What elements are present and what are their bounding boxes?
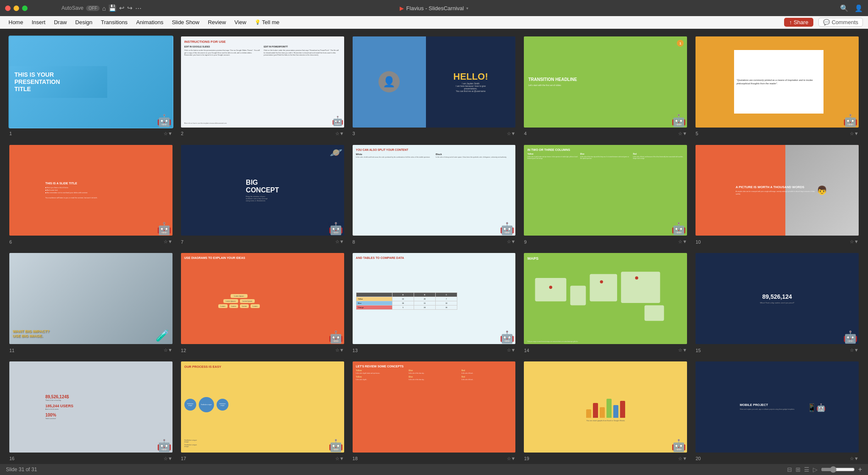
minimize-button[interactable] [14,6,19,11]
slides-grid: THIS IS YOURPRESENTATIONTITLE 🤖 1 ☆▼ INS… [8,36,860,462]
slide-thumb-15[interactable]: 89,526,124 Whoa! That's a big number, ar… [695,252,860,345]
comments-button[interactable]: 💬 Comments [818,18,863,27]
toolbar-save-icon[interactable]: 💾 [108,4,117,12]
slide-thumb-14[interactable]: MAPS [523,252,688,345]
slide-label-5: 5 ☆▼ [695,130,860,137]
view-normal-icon[interactable]: ⊟ [787,466,792,473]
slide-thumb-1[interactable]: THIS IS YOURPRESENTATIONTITLE 🤖 [8,36,173,128]
slide-16-label-1: That's a lot of money [45,399,136,401]
slide-star-5[interactable]: ☆▼ [850,131,859,136]
slide-content-11: WANT BIG IMPACT?USE BIG IMAGE. 🧪 [9,253,172,344]
slide-label-3: 3 ☆▼ [352,130,517,137]
toolbar-more-icon[interactable]: ⋯ [135,4,142,12]
fullscreen-button[interactable] [22,6,28,11]
slide-label-9: 9 ☆▼ [523,238,688,245]
toolbar-home-icon[interactable]: ⌂ [102,5,106,12]
slide-thumb-17[interactable]: OUR PROCESS IS EASY Vestibulum congue Ve… [180,361,345,453]
menu-draw[interactable]: Draw [50,18,70,26]
view-outline-icon[interactable]: ☰ [804,466,810,473]
map-pin-3 [635,277,638,280]
slide-thumb-20[interactable]: MOBILE PROJECT Show and explain your web… [695,361,860,453]
menu-view[interactable]: View [231,18,250,26]
window-title: ▶ Flavius - SlidesCarnival ▾ [400,5,469,11]
zoom-slider[interactable] [821,466,855,473]
close-button[interactable] [5,6,11,11]
slide-thumb-4[interactable]: 1 TRANSITION HEADLINELet's start with th… [523,36,688,128]
slide-star-1[interactable]: ☆▼ [164,131,172,136]
zoom-add-icon[interactable]: + [858,466,862,473]
menu-insert[interactable]: Insert [28,18,49,26]
slide-number-7: 7 [181,239,184,244]
slide-9-cols: Yellow Is the color of gold, butter and … [527,153,684,233]
slide-star-6[interactable]: ☆▼ [164,239,172,244]
slide-wrapper-14: MAPS [523,252,688,354]
autosave-toggle[interactable]: OFF [86,6,100,11]
slide-thumb-7[interactable]: BIGCONCEPT Bring the attention of yourau… [180,144,345,237]
menu-design[interactable]: Design [72,18,96,26]
slide-star-20[interactable]: ☆▼ [850,456,859,461]
view-presenter-icon[interactable]: ▷ [813,466,818,473]
slide-16-stat-3: 100% [45,413,136,417]
slide-star-15[interactable]: ☆▼ [850,347,859,353]
slide-1-title: THIS IS YOURPRESENTATIONTITLE [9,66,107,97]
slide-20-body: Show and explain your web, app or softwa… [740,408,814,411]
slide-star-18[interactable]: ☆▼ [507,456,516,461]
menu-review[interactable]: Review [204,18,229,26]
comments-icon: 💬 [823,19,830,25]
slide-thumb-2[interactable]: INSTRUCTIONS FOR USE EDIT IN GOOGLE SLID… [180,36,345,128]
menu-home[interactable]: Home [5,18,27,26]
slide-star-4[interactable]: ☆▼ [678,131,687,136]
slide-thumb-13[interactable]: AND TABLES TO COMPARE DATA A B C [352,252,517,345]
slide-star-9[interactable]: ☆▼ [678,239,687,244]
slide-10-body: A complex idea can be conveyed with just… [736,191,819,195]
slide-number-5: 5 [696,131,698,136]
slide-star-8[interactable]: ☆▼ [507,239,516,244]
slide-thumb-11[interactable]: WANT BIG IMPACT?USE BIG IMAGE. 🧪 [8,252,173,345]
menu-slideshow[interactable]: Slide Show [168,18,203,26]
slide-star-19[interactable]: ☆▼ [678,456,687,461]
map-asia [621,272,660,303]
slide-thumb-6[interactable]: THIS IS A SLIDE TITLE ■ Here you have a … [8,144,173,237]
account-icon[interactable]: 👤 [854,4,863,12]
slide-star-17[interactable]: ☆▼ [335,456,344,461]
slide-label-1: 1 ☆▼ [8,130,173,137]
menu-tellme[interactable]: 💡Tell me [251,18,283,26]
slide-13-table-area: A B C Yellow 10 20 [356,261,512,341]
slide-thumb-3[interactable]: 👤 HELLO! I am Jayden SmithI am here beca… [352,36,517,128]
slide-star-11[interactable]: ☆▼ [164,347,172,353]
slide-content-20: MOBILE PROJECT Show and explain your web… [696,361,859,453]
slide-thumb-19[interactable]: You can insert graphs from Excel or Goog… [523,361,688,453]
slide-label-8: 8 ☆▼ [352,238,517,245]
slide-star-16[interactable]: ☆▼ [164,456,172,461]
slide-9-layout: IN TWO OR THREE COLUMNS Yellow Is the co… [524,145,687,236]
slide-star-2[interactable]: ☆▼ [335,131,344,136]
slide-star-7[interactable]: ☆▼ [335,239,344,244]
slide-thumb-5[interactable]: "Quotations are commonly printed as a me… [695,36,860,128]
slide-thumb-10[interactable]: A PICTURE IS WORTH A THOUSAND WORDS A co… [695,144,860,237]
toolbar-undo-icon[interactable]: ↩ [119,4,125,12]
share-button[interactable]: ↑ Share [784,18,813,27]
robot-icon-6: 🤖 [157,222,172,236]
slide-thumb-12[interactable]: USE DIAGRAMS TO EXPLAIN YOUR IDEAS Lorem… [180,252,345,345]
slide-18-cols: Yellow Is the color of gold, butter and … [356,369,512,449]
slide-star-12[interactable]: ☆▼ [335,347,344,353]
slide-16-stat-2: 185,244 USERS [45,404,136,408]
toolbar-redo-icon[interactable]: ↪ [127,4,133,12]
slide-star-3[interactable]: ☆▼ [507,131,516,136]
slide-thumb-18[interactable]: LET'S REVIEW SOME CONCEPTS Yellow Is the… [352,361,517,453]
robot-icon-19: 🤖 [671,439,686,453]
view-grid-icon[interactable]: ⊞ [796,466,801,473]
slide-star-14[interactable]: ☆▼ [678,347,687,353]
slide-wrapper-11: WANT BIG IMPACT?USE BIG IMAGE. 🧪 11 ☆▼ [8,252,173,354]
slide-thumb-9[interactable]: IN TWO OR THREE COLUMNS Yellow Is the co… [523,144,688,237]
slide-star-10[interactable]: ☆▼ [850,239,859,244]
slide-thumb-16[interactable]: 89,526,124$ That's a lot of money 185,24… [8,361,173,453]
search-icon[interactable]: 🔍 [840,4,849,12]
menu-animations[interactable]: Animations [133,18,167,26]
menu-transitions[interactable]: Transitions [97,18,131,26]
map-europe-africa [590,274,618,302]
slide-thumb-8[interactable]: YOU CAN ALSO SPLIT YOUR CONTENT White Is… [352,144,517,237]
slide-content-6: THIS IS A SLIDE TITLE ■ Here you have a … [9,145,172,236]
slide-wrapper-9: IN TWO OR THREE COLUMNS Yellow Is the co… [523,144,688,246]
slide-star-13[interactable]: ☆▼ [507,347,516,353]
